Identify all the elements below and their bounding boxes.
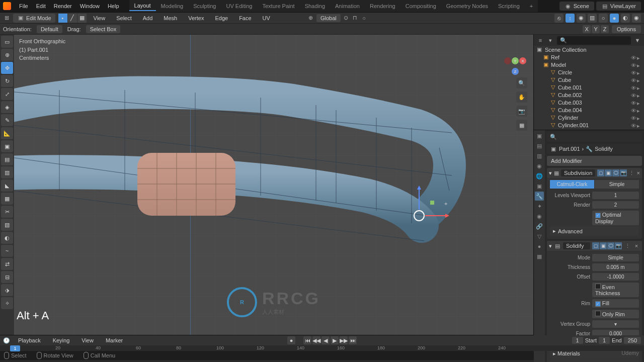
tl-playback-menu[interactable]: Playback bbox=[14, 335, 45, 345]
scene-tab[interactable]: ◉ bbox=[535, 161, 544, 170]
workspace-tab[interactable]: Geometry Nodes bbox=[441, 2, 493, 11]
offset-field[interactable]: -1.0000 bbox=[592, 273, 639, 281]
mod-show-edit[interactable]: ▣ bbox=[600, 242, 607, 249]
edge-menu[interactable]: Edge bbox=[211, 13, 232, 23]
play-reverse-icon[interactable]: ◀ bbox=[321, 336, 330, 344]
advanced-section[interactable]: ▸ Advanced bbox=[550, 226, 639, 236]
mod-show-viewport[interactable]: 🖵 bbox=[612, 169, 619, 176]
outliner-item[interactable]: ▽Cylinder.001👁▸ bbox=[534, 121, 644, 129]
texture-tab[interactable]: ▦ bbox=[535, 252, 544, 261]
simple-button[interactable]: Simple bbox=[595, 180, 639, 189]
playhead[interactable]: 1 bbox=[10, 345, 20, 351]
timeline-ruler[interactable]: 1 20406080100120140160180200220240 bbox=[0, 345, 644, 351]
pan-nav-icon[interactable]: ✋ bbox=[516, 92, 527, 103]
perspective-nav-icon[interactable]: ▦ bbox=[516, 120, 527, 131]
start-frame-field[interactable]: 1 bbox=[599, 337, 610, 344]
disable-icon[interactable]: ▸ bbox=[637, 70, 642, 75]
outliner-type-icon[interactable]: ≡ bbox=[537, 37, 544, 44]
mod-show-cage[interactable]: ▢ bbox=[592, 242, 599, 249]
render-tab[interactable]: ▣ bbox=[535, 131, 544, 140]
levels-viewport-field[interactable]: 1 bbox=[592, 192, 639, 199]
eye-icon[interactable]: 👁 bbox=[631, 115, 636, 120]
autokey-icon[interactable]: ● bbox=[287, 336, 295, 344]
disable-icon[interactable]: ▸ bbox=[637, 62, 642, 67]
jump-end-icon[interactable]: ⏭ bbox=[349, 336, 357, 344]
output-tab[interactable]: ▤ bbox=[535, 141, 544, 150]
rotate-tool[interactable]: ↻ bbox=[1, 75, 13, 87]
outliner-item[interactable]: ▽Part👁▸ bbox=[534, 129, 644, 130]
mirror-x[interactable]: X bbox=[583, 25, 591, 33]
overlay-toggle[interactable]: ◉ bbox=[577, 14, 586, 23]
catmull-clark-button[interactable]: Catmull-Clark bbox=[550, 180, 594, 189]
annotate-tool[interactable]: ✎ bbox=[1, 114, 13, 126]
even-thickness-check[interactable]: Even Thickness bbox=[592, 283, 639, 297]
face-menu[interactable]: Face bbox=[235, 13, 255, 23]
menu-edit[interactable]: Edit bbox=[32, 1, 50, 11]
vgroup-field[interactable]: ▾ bbox=[592, 320, 639, 328]
extrude-tool[interactable]: ▤ bbox=[1, 153, 13, 165]
solid-shade[interactable]: ● bbox=[610, 14, 619, 23]
nav-gizmo[interactable]: X Y Z bbox=[503, 49, 528, 74]
mesh-edit-mode-icon[interactable]: ⎋ bbox=[554, 14, 564, 23]
disable-icon[interactable]: ▸ bbox=[637, 55, 642, 60]
mesh-menu[interactable]: Mesh bbox=[159, 13, 181, 23]
bevel-tool[interactable]: ◣ bbox=[1, 179, 13, 192]
mode-selector[interactable]: ▣Edit Mode bbox=[13, 14, 55, 23]
disable-icon[interactable]: ▸ bbox=[637, 100, 642, 105]
play-icon[interactable]: ▶ bbox=[331, 336, 339, 344]
outliner-item[interactable]: ▽Cube.001👁▸ bbox=[534, 83, 644, 91]
workspace-tab-layout[interactable]: Layout bbox=[129, 1, 156, 11]
editor-type-icon[interactable]: ⊞ bbox=[3, 15, 10, 22]
chevron-down-icon[interactable]: ▾ bbox=[549, 170, 552, 176]
jump-start-icon[interactable]: ⏮ bbox=[303, 336, 311, 344]
current-frame-field[interactable]: 1 bbox=[572, 337, 583, 344]
workspace-tab[interactable]: Texture Paint bbox=[257, 2, 299, 11]
pivot-icon[interactable]: ⊙ bbox=[343, 15, 350, 22]
mod-show-edit[interactable]: ▣ bbox=[605, 169, 612, 176]
camera-nav-icon[interactable]: 📷 bbox=[516, 106, 527, 117]
edge-select-button[interactable]: ╱ bbox=[68, 14, 77, 23]
disable-icon[interactable]: ▸ bbox=[637, 93, 642, 98]
outliner-item[interactable]: ▽Cube👁▸ bbox=[534, 76, 644, 83]
mod-show-render[interactable]: 📷 bbox=[615, 242, 622, 249]
outliner-item[interactable]: ▽Cube.004👁▸ bbox=[534, 106, 644, 114]
outliner-item[interactable]: ▣Ref👁▸ bbox=[534, 53, 644, 61]
face-select-button[interactable]: ▦ bbox=[77, 14, 87, 23]
modifier-name-field[interactable]: Subdivision bbox=[561, 169, 595, 176]
add-modifier-button[interactable]: Add Modifier bbox=[547, 156, 642, 166]
workspace-tab[interactable]: Sculpting bbox=[188, 2, 221, 11]
workspace-tab[interactable]: Rendering bbox=[365, 2, 400, 11]
close-icon[interactable]: × bbox=[633, 242, 640, 249]
particle-tab[interactable]: ✦ bbox=[535, 202, 544, 211]
workspace-tab[interactable]: Modeling bbox=[156, 2, 189, 11]
gizmo-toggle[interactable]: ↕ bbox=[566, 14, 575, 23]
tl-marker-menu[interactable]: Marker bbox=[102, 335, 127, 345]
menu-help[interactable]: Help bbox=[104, 1, 123, 11]
orientation-icon[interactable]: ⊕ bbox=[307, 15, 314, 22]
props-search[interactable]: 🔍 bbox=[547, 132, 642, 142]
disable-icon[interactable]: ▸ bbox=[637, 115, 642, 120]
vertex-select-button[interactable]: ▪ bbox=[58, 14, 67, 23]
loopcut-tool[interactable]: ▦ bbox=[1, 193, 13, 205]
proportional-icon[interactable]: ○ bbox=[361, 15, 368, 22]
modifier-name-field[interactable]: Solidify bbox=[563, 242, 590, 249]
edgeslide-tool[interactable]: ⇄ bbox=[1, 258, 13, 270]
eye-icon[interactable]: 👁 bbox=[631, 77, 636, 82]
world-tab[interactable]: 🌐 bbox=[535, 171, 544, 180]
menu-render[interactable]: Render bbox=[50, 1, 76, 11]
prev-key-icon[interactable]: ◀◀ bbox=[312, 336, 320, 344]
chevron-down-icon[interactable]: ▾ bbox=[549, 243, 552, 249]
disable-icon[interactable]: ▸ bbox=[637, 123, 642, 128]
xray-toggle[interactable]: ▥ bbox=[588, 14, 597, 23]
orientation-dropdown[interactable]: Default bbox=[37, 25, 62, 33]
modifier-subsection[interactable]: ▸ Edge Data bbox=[550, 359, 639, 362]
mirror-z[interactable]: Z bbox=[601, 25, 609, 33]
disable-icon[interactable]: ▸ bbox=[637, 85, 642, 90]
object-tab[interactable]: ▣ bbox=[535, 182, 544, 191]
transform-tool[interactable]: ◈ bbox=[1, 101, 13, 113]
timeline-type-icon[interactable]: 🕐 bbox=[3, 337, 10, 344]
mod-show-viewport[interactable]: 🖵 bbox=[607, 242, 614, 249]
zoom-nav-icon[interactable]: 🔍 bbox=[516, 77, 527, 88]
eye-icon[interactable]: 👁 bbox=[631, 62, 636, 67]
add-primitive-tool[interactable]: ▣ bbox=[1, 140, 13, 152]
